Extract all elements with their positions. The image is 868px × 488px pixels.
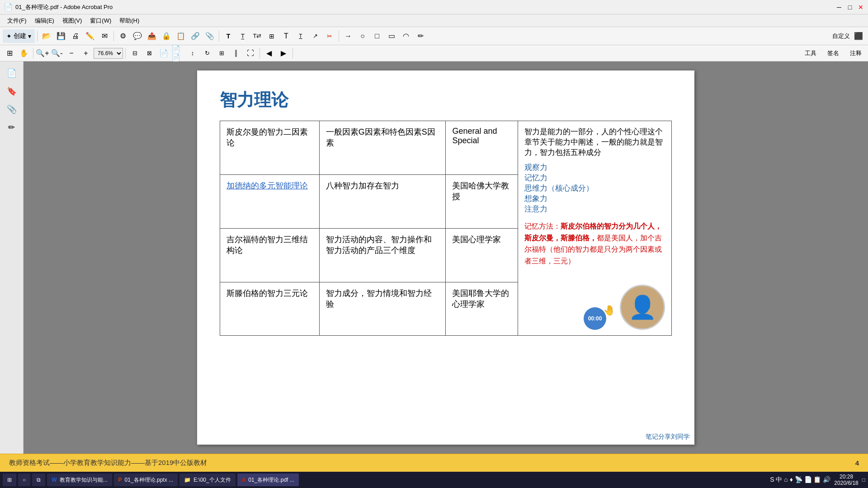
search-button[interactable]: ○ — [18, 474, 30, 486]
sidebar-bookmarks[interactable]: 🔖 — [4, 83, 20, 99]
sidebar: 📄 🔖 📎 ✏ — [0, 61, 24, 454]
fullscreen[interactable]: ⛶ — [244, 47, 257, 60]
theory-cell-3: 吉尔福特的智力三维结构论 — [220, 228, 320, 282]
theory-cell-2: 加德纳的多元智能理论 — [220, 174, 320, 228]
menu-file[interactable]: 文件(F) — [4, 16, 30, 26]
zoom-minus[interactable]: − — [65, 47, 78, 60]
tools-btn[interactable]: 工具 — [801, 47, 820, 60]
pencil-tool[interactable]: ✏ — [414, 29, 427, 43]
fit-page[interactable]: ⊞ — [3, 47, 16, 60]
email-button[interactable]: ✉ — [98, 29, 111, 43]
menu-help[interactable]: 帮助(H) — [116, 16, 143, 26]
theory-link-2[interactable]: 加德纳的多元智能理论 — [226, 181, 308, 190]
settings-button[interactable]: ⚙ — [116, 29, 130, 43]
comment-btn[interactable]: 注释 — [846, 47, 865, 60]
task-view-button[interactable]: ⧉ — [32, 474, 45, 486]
search-icon: ○ — [23, 477, 26, 483]
minimize-button[interactable]: ─ — [835, 4, 843, 11]
zoom-out[interactable]: 🔍- — [50, 47, 64, 60]
menu-window[interactable]: 窗口(W) — [86, 16, 115, 26]
export2-button[interactable]: ↗ — [308, 29, 322, 43]
taskbar-word[interactable]: W 教育教学知识与能... — [47, 474, 112, 486]
stamp-button[interactable]: 📎 — [203, 29, 217, 43]
desc-text-1: 一般因素G因素和特色因素S因素 — [326, 127, 435, 147]
menu-edit[interactable]: 编辑(E) — [31, 16, 58, 26]
zoom-in[interactable]: 🔍+ — [36, 47, 49, 60]
right-panel-toggle[interactable]: ⬛ — [852, 29, 865, 43]
nav-toolbar: ⊞ ✋ 🔍+ 🔍- − + 76.6% 50% 75% 100% 125% 15… — [0, 45, 868, 61]
rect-tool[interactable]: □ — [370, 29, 384, 43]
start-button[interactable]: ⊞ — [3, 474, 16, 486]
cols[interactable]: ║ — [229, 47, 243, 60]
fit-height[interactable]: ⊠ — [142, 47, 156, 60]
date: 2020/6/18 — [834, 480, 858, 486]
customize-label[interactable]: 自定义 — [832, 32, 850, 40]
edit-button[interactable]: ✏️ — [83, 29, 97, 43]
arc-tool[interactable]: ◠ — [399, 29, 413, 43]
explorer-label: E:\00_个人文件 — [193, 476, 231, 484]
theory-name-1: 斯皮尔曼的智力二因素论 — [226, 127, 308, 147]
taskbar-right: S 中 ⌂ ♦ 📡 📄 📋 🔊 20:28 2020/6/18 □ — [770, 474, 865, 486]
hand-tool[interactable]: ✋ — [17, 47, 31, 60]
redact-tool[interactable]: ✂ — [323, 29, 336, 43]
export-button[interactable]: 📋 — [174, 29, 188, 43]
theory-name-4: 斯滕伯格的智力三元论 — [226, 289, 308, 298]
avatar-silhouette: 👤 — [628, 294, 656, 320]
text2-tool[interactable]: T — [279, 29, 293, 43]
save-button[interactable]: 💾 — [54, 29, 68, 43]
arrow-right[interactable]: → — [341, 29, 355, 43]
page-back[interactable]: ◀ — [262, 47, 276, 60]
translate-tool[interactable]: T⇄ — [250, 29, 264, 43]
link-button[interactable]: 🔗 — [189, 29, 202, 43]
sidebar-page-thumbnails[interactable]: 📄 — [4, 65, 20, 81]
content-table: 斯皮尔曼的智力二因素论 一般因素G因素和特色因素S因素 General and … — [220, 121, 672, 336]
ppt-label: 01_各种理论.pptx ... — [125, 476, 173, 484]
taskbar-ppt[interactable]: P 01_各种理论.pptx ... — [114, 474, 178, 486]
share-button[interactable]: 📤 — [145, 29, 159, 43]
note-item-1: 观察力 — [524, 162, 665, 173]
table-row: 斯皮尔曼的智力二因素论 一般因素G因素和特色因素S因素 General and … — [220, 121, 672, 175]
text3-tool[interactable]: T — [294, 29, 307, 43]
navsep1 — [33, 48, 33, 59]
desc-text-3: 智力活动的内容、智力操作和智力活动的产品三个维度 — [326, 235, 432, 255]
theory-cell-4: 斯滕伯格的智力三元论 — [220, 282, 320, 336]
cursor-hand-icon: 🤚 — [603, 305, 615, 316]
circle-tool[interactable]: ○ — [356, 29, 369, 43]
roundrect-tool[interactable]: ▭ — [385, 29, 398, 43]
separator2 — [113, 31, 114, 42]
align-tool[interactable]: ⊞ — [265, 29, 278, 43]
protect-button[interactable]: 🔒 — [160, 29, 173, 43]
two-page[interactable]: 📄📄 — [171, 47, 185, 60]
navsep4 — [292, 48, 293, 59]
textbox-tool[interactable]: T̲ — [236, 29, 250, 43]
zoom-plus[interactable]: + — [79, 47, 93, 60]
print-button[interactable]: 🖨 — [69, 29, 82, 43]
time: 20:28 — [834, 474, 858, 480]
sign-btn[interactable]: 签名 — [824, 47, 843, 60]
text-tool[interactable]: T — [222, 29, 235, 43]
single-page[interactable]: 📄 — [157, 47, 170, 60]
scroll[interactable]: ↕ — [186, 47, 199, 60]
create-label: 创建 — [14, 32, 26, 40]
bottom-bar: 教师资格考试——小学教育教学知识能力——基于2019中公版教材 4 — [0, 454, 868, 472]
maximize-button[interactable]: □ — [846, 4, 854, 11]
page-fwd[interactable]: ▶ — [277, 47, 290, 60]
menu-view[interactable]: 视图(V) — [59, 16, 85, 26]
tag-cell-2: 美国哈佛大学教授 — [446, 174, 518, 228]
create-dropdown[interactable]: ✦ 创建 ▾ — [3, 29, 35, 43]
video-avatar: 👤 — [620, 285, 665, 330]
fit-width[interactable]: ⊟ — [128, 47, 142, 60]
acrobat-icon: A — [242, 477, 246, 483]
taskbar-acrobat[interactable]: A 01_各种理论.pdf ... — [237, 474, 299, 486]
taskbar-explorer[interactable]: 📁 E:\00_个人文件 — [179, 474, 236, 486]
grid[interactable]: ⊞ — [215, 47, 228, 60]
zoom-select[interactable]: 76.6% 50% 75% 100% 125% 150% — [94, 48, 123, 59]
comment-button[interactable]: 💬 — [131, 29, 144, 43]
close-button[interactable]: ✕ — [857, 4, 864, 11]
sidebar-attachments[interactable]: 📎 — [4, 101, 20, 117]
navsep3 — [259, 48, 260, 59]
notification-area[interactable]: □ — [862, 477, 865, 483]
sidebar-layers[interactable]: ✏ — [4, 119, 20, 136]
open-button[interactable]: 📂 — [40, 29, 53, 43]
rotate[interactable]: ↻ — [200, 47, 214, 60]
